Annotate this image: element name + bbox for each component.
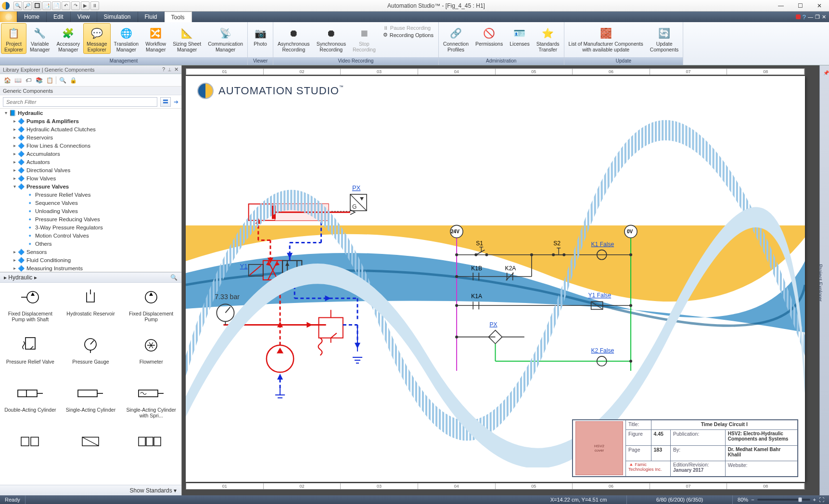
tree-node[interactable]: ▸🔷Directional Valves: [0, 166, 181, 174]
symbols-header[interactable]: ▸ Hydraulic ▸ 🔍: [0, 272, 181, 283]
workflow-manager[interactable]: 🔀Workflow Manager: [142, 23, 169, 54]
library-search-input[interactable]: [3, 97, 157, 107]
lib-tool-tag-icon[interactable]: 🏷: [24, 76, 33, 85]
tree-node[interactable]: ▸🔷Hydraulic Actuated Clutches: [0, 125, 181, 133]
symbol-misc3[interactable]: [121, 427, 181, 475]
symbol-reservoir[interactable]: Hydrostatic Reservoir: [61, 283, 121, 331]
close-button[interactable]: ✕: [810, 0, 829, 12]
symbol-pump-shaft[interactable]: Fixed Displacement Pump with Shaft: [0, 283, 61, 331]
tree-twister-icon[interactable]: ▸: [12, 126, 17, 132]
tree-node[interactable]: ▾📘Hydraulic: [0, 109, 181, 117]
tree-node[interactable]: 🔹3-Way Pressure Regulators: [0, 223, 181, 231]
tree-node[interactable]: ▸🔷Reservoirs: [0, 133, 181, 141]
tree-twister-icon[interactable]: ▸: [12, 118, 17, 124]
photo-viewer[interactable]: 📷Photo: [249, 23, 272, 48]
update-components[interactable]: 🔄Update Components: [647, 23, 682, 54]
symbol-cyl-sas[interactable]: Single-Acting Cylinder with Spri...: [121, 379, 181, 427]
pane-close-icon[interactable]: ✕: [174, 66, 179, 73]
maximize-button[interactable]: ☐: [791, 0, 810, 12]
tree-node[interactable]: 🔹Unloading Valves: [0, 207, 181, 215]
diagram-viewport[interactable]: 0102030405060708 AUTOMATION STUDIO™: [182, 65, 819, 495]
sync-recording[interactable]: ⏺Synchronous Recording: [313, 23, 349, 54]
tab-edit[interactable]: Edit: [47, 12, 71, 22]
tree-twister-icon[interactable]: ▾: [12, 184, 17, 189]
search-options-button[interactable]: [160, 97, 171, 107]
tab-home[interactable]: Home: [17, 12, 47, 22]
tree-node[interactable]: 🔹Pressure Reducing Valves: [0, 215, 181, 223]
symbols-grid[interactable]: Fixed Displacement Pump with ShaftHydros…: [0, 283, 181, 485]
mdi-restore-icon[interactable]: ❐: [815, 14, 820, 20]
lib-tool-book-icon[interactable]: 📖: [13, 76, 22, 85]
tree-twister-icon[interactable]: ▸: [12, 151, 17, 156]
communication-manager[interactable]: 📡Communication Manager: [204, 23, 246, 54]
drawing-paper[interactable]: AUTOMATION STUDIO™: [186, 76, 805, 482]
show-standards-button[interactable]: Show Standards ▾: [0, 485, 181, 495]
qat-button-2[interactable]: 🔲: [33, 1, 41, 10]
async-recording[interactable]: ⏺Asynchronous Recording: [274, 23, 313, 54]
licenses[interactable]: 🪪Licenses: [506, 23, 533, 48]
tab-tools[interactable]: Tools: [165, 12, 192, 22]
help-icon[interactable]: ?: [803, 13, 806, 21]
tree-node[interactable]: ▸🔷Flow Valves: [0, 174, 181, 182]
qat-button-1[interactable]: 🔎: [23, 1, 32, 10]
zoom-fit-icon[interactable]: ⛶: [819, 497, 824, 503]
variable-manager[interactable]: 🔧Variable Manager: [26, 23, 53, 54]
tree-twister-icon[interactable]: ▸: [12, 257, 17, 263]
zoom-control[interactable]: 80% − + ⛶: [733, 497, 829, 503]
permissions[interactable]: 🚫Permissions: [472, 23, 506, 48]
symbol-gauge[interactable]: Pressure Gauge: [61, 331, 121, 379]
library-tab-label[interactable]: Generic Components: [0, 87, 181, 95]
symbol-cyl-da[interactable]: Double-Acting Cylinder: [0, 379, 61, 427]
symbol-pump[interactable]: Fixed Displacement Pump: [121, 283, 181, 331]
zoom-out-icon[interactable]: −: [751, 497, 754, 503]
ribbon-side-item[interactable]: ⚙Recording Options: [383, 32, 434, 38]
file-orb[interactable]: [0, 12, 17, 22]
lib-tool-copy-icon[interactable]: 📋: [45, 76, 54, 85]
tree-twister-icon[interactable]: ▸: [12, 265, 17, 271]
tab-view[interactable]: View: [71, 12, 97, 22]
tree-node[interactable]: ▸🔷Actuators: [0, 158, 181, 166]
message-explorer[interactable]: 💬Message Explorer: [83, 23, 111, 54]
tree-twister-icon[interactable]: ▸: [12, 135, 17, 140]
zoom-slider[interactable]: [757, 499, 810, 501]
tree-node[interactable]: ▸🔷Measuring Instruments: [0, 264, 181, 272]
mdi-close-icon[interactable]: ✕: [822, 14, 826, 20]
pane-options-icon[interactable]: ?: [162, 66, 165, 73]
lib-tool-layers-icon[interactable]: 📚: [35, 76, 43, 85]
tree-twister-icon[interactable]: ▾: [3, 110, 9, 115]
list-updates[interactable]: 🧱List of Manufacturer Components with av…: [565, 23, 647, 54]
qat-button-4[interactable]: 📄: [52, 1, 61, 10]
tree-twister-icon[interactable]: ▸: [12, 176, 17, 181]
qat-button-0[interactable]: 🔍: [13, 1, 22, 10]
search-go-icon[interactable]: ➔: [174, 99, 179, 105]
project-explorer[interactable]: 📋Project Explorer: [1, 23, 26, 54]
zoom-in-icon[interactable]: +: [813, 497, 816, 503]
tree-twister-icon[interactable]: ▸: [12, 167, 17, 173]
tree-twister-icon[interactable]: ▸: [12, 249, 17, 254]
symbol-prv[interactable]: Pressure Relief Valve: [0, 331, 61, 379]
tree-node[interactable]: 🔹Sequence Valves: [0, 199, 181, 207]
tree-twister-icon[interactable]: ▸: [12, 159, 17, 164]
standards-transfer[interactable]: ⭐Standards Transfer: [533, 23, 563, 54]
symbol-flowmeter[interactable]: Flowmeter: [121, 331, 181, 379]
qat-button-8[interactable]: ⏸: [90, 1, 99, 10]
tree-node[interactable]: 🔹Pressure Relief Valves: [0, 190, 181, 199]
qat-button-5[interactable]: ↶: [62, 1, 70, 10]
translation-manager[interactable]: 🌐Translation Manager: [111, 23, 142, 54]
symbol-misc2[interactable]: [61, 427, 121, 475]
tree-node[interactable]: ▸🔷Sensors: [0, 248, 181, 256]
tree-twister-icon[interactable]: ▸: [12, 143, 17, 148]
tab-fluid[interactable]: Fluid: [138, 12, 165, 22]
mdi-minimize-icon[interactable]: —: [808, 14, 813, 20]
accessory-manager[interactable]: 🧩Accessory Manager: [53, 23, 83, 54]
sizing-sheet-manager[interactable]: 📐Sizing Sheet Manager: [169, 23, 204, 54]
tree-node[interactable]: 🔹Motion Control Valves: [0, 231, 181, 239]
tree-node[interactable]: ▸🔷Pumps & Amplifiers: [0, 117, 181, 125]
tab-simulation[interactable]: Simulation: [97, 12, 138, 22]
lib-tool-home-icon[interactable]: 🏠: [3, 76, 12, 85]
symbol-cyl-sa[interactable]: Single-Acting Cylinder: [61, 379, 121, 427]
tree-node[interactable]: ▸🔷Fluid Conditioning: [0, 256, 181, 264]
qat-button-3[interactable]: 📑: [42, 1, 51, 10]
project-explorer-dock-tab[interactable]: 📌 Project Explorer: [819, 65, 829, 495]
pane-pin-icon[interactable]: ⟂: [168, 66, 171, 73]
